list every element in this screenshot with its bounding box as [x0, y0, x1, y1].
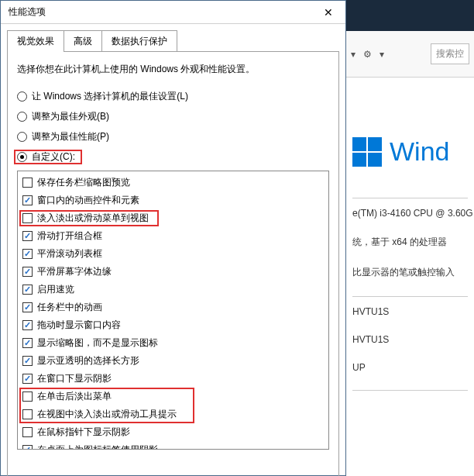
check-item-6[interactable]: 启用速览 — [21, 281, 328, 298]
checkbox-icon — [22, 338, 33, 348]
titlebar: 性能选项 ✕ — [1, 1, 345, 24]
tab-visual-effects[interactable]: 视觉效果 — [7, 30, 64, 52]
radio-icon — [17, 91, 27, 102]
search-input[interactable]: 搜索控 — [431, 43, 469, 64]
effects-checklist: 保存任务栏缩略图预览窗口内的动画控件和元素淡入淡出或滑动菜单到视图滑动打开组合框… — [17, 171, 329, 450]
check-label: 平滑滚动列表框 — [37, 247, 102, 260]
checkbox-icon — [22, 213, 33, 223]
check-item-8[interactable]: 拖动时显示窗口内容 — [21, 317, 328, 333]
check-label: 任务栏中的动画 — [37, 301, 102, 314]
checkbox-icon — [22, 374, 33, 384]
check-label: 在窗口下显示阴影 — [37, 372, 112, 385]
windows-logo-icon — [352, 137, 382, 167]
radio-label: 调整为最佳外观(B) — [32, 110, 109, 123]
check-item-0[interactable]: 保存任务栏缩略图预览 — [21, 174, 328, 191]
radio-best-performance[interactable]: 调整为最佳性能(P) — [17, 130, 329, 143]
check-item-5[interactable]: 平滑屏幕字体边缘 — [21, 264, 328, 280]
checkbox-icon — [22, 178, 33, 188]
pen-info: 比显示器的笔或触控输入 — [352, 266, 468, 279]
radio-icon — [17, 152, 27, 162]
workgroup: UP — [352, 362, 468, 373]
check-label: 在单击后淡出菜单 — [37, 390, 112, 403]
check-label: 启用速览 — [37, 283, 74, 296]
tab-advanced[interactable]: 高级 — [64, 30, 102, 52]
check-label: 平滑屏幕字体边缘 — [37, 265, 112, 278]
checkbox-icon — [22, 356, 33, 366]
check-label: 拖动时显示窗口内容 — [37, 319, 121, 332]
check-label: 显示亚透明的选择长方形 — [37, 354, 139, 367]
checkbox-icon — [22, 231, 33, 241]
radio-best-appearance[interactable]: 调整为最佳外观(B) — [17, 110, 329, 123]
close-button[interactable]: ✕ — [311, 1, 345, 24]
checkbox-icon — [22, 285, 33, 295]
arch-info: 统，基于 x64 的处理器 — [352, 236, 468, 249]
tab-dep[interactable]: 数据执行保护 — [101, 30, 177, 52]
check-item-4[interactable]: 平滑滚动列表框 — [21, 246, 328, 262]
check-label: 在桌面上为图标标签使用阴影 — [37, 443, 158, 450]
cpu-info: e(TM) i3-4160 CPU @ 3.60G — [352, 208, 468, 219]
bg-toolbar: ▾ ⚙ ▾ 搜索控 — [346, 31, 474, 78]
checkbox-icon — [22, 427, 33, 437]
check-item-1[interactable]: 窗口内的动画控件和元素 — [21, 192, 328, 209]
toolbar-mark: ▾ — [351, 49, 356, 60]
check-label: 在鼠标指针下显示阴影 — [37, 426, 130, 439]
radio-label: 让 Windows 选择计算机的最佳设置(L) — [32, 90, 188, 103]
tab-strip: 视觉效果 高级 数据执行保护 — [7, 30, 345, 52]
check-label: 显示缩略图，而不是显示图标 — [37, 336, 158, 350]
windows-logo: Wind — [352, 136, 468, 167]
radio-label: 调整为最佳性能(P) — [32, 130, 109, 143]
gear-icon: ⚙ — [363, 49, 372, 60]
windows-label: Wind — [390, 136, 449, 167]
check-item-7[interactable]: 任务栏中的动画 — [21, 299, 328, 316]
check-item-3[interactable]: 滑动打开组合框 — [21, 228, 328, 244]
check-label: 窗口内的动画控件和元素 — [37, 194, 139, 207]
background-system-pane: ▾ ⚙ ▾ 搜索控 Wind e(TM) i3-4160 CPU @ 3.60G… — [346, 0, 474, 476]
check-item-14[interactable]: 在鼠标指针下显示阴影 — [21, 424, 328, 440]
pc-name-1: HVTU1S — [352, 306, 468, 317]
checkbox-icon — [22, 409, 33, 419]
dialog-title: 性能选项 — [9, 5, 46, 19]
check-item-15[interactable]: 在桌面上为图标标签使用阴影 — [21, 442, 328, 450]
check-item-13[interactable]: 在视图中淡入淡出或滑动工具提示 — [21, 406, 328, 423]
bg-dark-header — [346, 0, 474, 31]
checkbox-icon — [22, 249, 33, 259]
checkbox-icon — [22, 320, 33, 330]
check-item-9[interactable]: 显示缩略图，而不是显示图标 — [21, 335, 328, 351]
check-label: 在视图中淡入淡出或滑动工具提示 — [37, 408, 177, 421]
check-label: 保存任务栏缩略图预览 — [37, 176, 130, 189]
radio-icon — [17, 132, 27, 142]
checkbox-icon — [22, 445, 33, 450]
instruction-text: 选择你想在此计算机上使用的 Windows 外观和性能设置。 — [17, 63, 329, 76]
check-label: 淡入淡出或滑动菜单到视图 — [37, 212, 149, 225]
radio-icon — [17, 112, 27, 122]
tab-panel-visual-effects: 选择你想在此计算机上使用的 Windows 外观和性能设置。 让 Windows… — [7, 51, 339, 476]
performance-options-dialog: 性能选项 ✕ 视觉效果 高级 数据执行保护 选择你想在此计算机上使用的 Wind… — [0, 0, 346, 476]
radio-group: 让 Windows 选择计算机的最佳设置(L) 调整为最佳外观(B) 调整为最佳… — [17, 90, 329, 164]
check-item-2[interactable]: 淡入淡出或滑动菜单到视图 — [21, 210, 328, 226]
checkbox-icon — [22, 302, 33, 312]
pc-name-2: HVTU1S — [352, 334, 468, 345]
check-item-11[interactable]: 在窗口下显示阴影 — [21, 371, 328, 387]
checkbox-icon — [22, 391, 33, 402]
radio-auto[interactable]: 让 Windows 选择计算机的最佳设置(L) — [17, 90, 329, 103]
checkbox-icon — [22, 267, 33, 277]
radio-custom[interactable]: 自定义(C): — [17, 150, 329, 164]
check-item-12[interactable]: 在单击后淡出菜单 — [21, 388, 328, 405]
checkbox-icon — [22, 195, 33, 205]
check-label: 滑动打开组合框 — [37, 229, 102, 243]
check-item-10[interactable]: 显示亚透明的选择长方形 — [21, 353, 328, 369]
radio-label: 自定义(C): — [32, 150, 75, 164]
toolbar-mark-2: ▾ — [380, 49, 384, 60]
